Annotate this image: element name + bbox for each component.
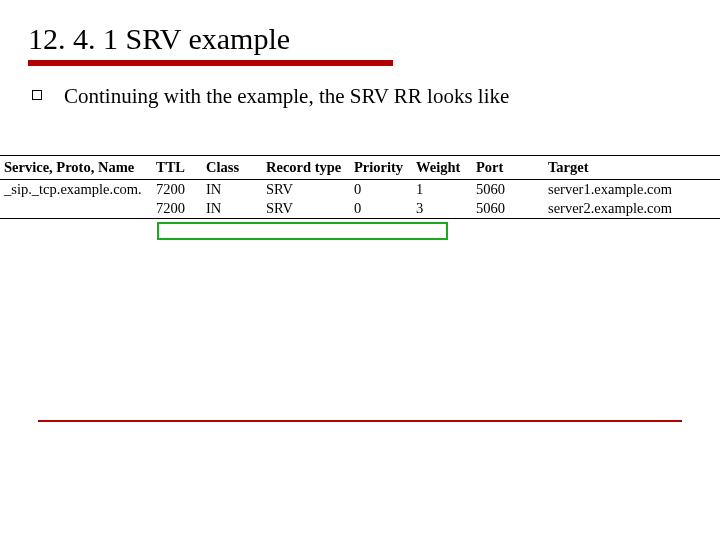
cell-name: _sip._tcp.example.com. <box>0 180 152 200</box>
cell-target: server2.example.com <box>544 199 720 219</box>
bottom-divider <box>38 420 682 422</box>
srv-table: Service, Proto, Name TTL Class Record ty… <box>0 155 720 219</box>
th-name: Service, Proto, Name <box>0 156 152 180</box>
highlight-box <box>157 222 448 240</box>
slide-title: 12. 4. 1 SRV example <box>28 22 692 56</box>
cell-rtype: SRV <box>262 180 350 200</box>
th-weight: Weight <box>412 156 472 180</box>
table-header-row: Service, Proto, Name TTL Class Record ty… <box>0 156 720 180</box>
cell-port: 5060 <box>472 180 544 200</box>
cell-port: 5060 <box>472 199 544 219</box>
table-row: 7200 IN SRV 0 3 5060 server2.example.com <box>0 199 720 219</box>
cell-target: server1.example.com <box>544 180 720 200</box>
th-port: Port <box>472 156 544 180</box>
cell-rtype: SRV <box>262 199 350 219</box>
th-rtype: Record type <box>262 156 350 180</box>
square-bullet-icon <box>32 90 42 100</box>
bullet-item: Continuing with the example, the SRV RR … <box>32 84 692 109</box>
th-class: Class <box>202 156 262 180</box>
cell-name <box>0 199 152 219</box>
bullet-text: Continuing with the example, the SRV RR … <box>64 84 509 109</box>
cell-weight: 1 <box>412 180 472 200</box>
th-ttl: TTL <box>152 156 202 180</box>
cell-class: IN <box>202 199 262 219</box>
cell-ttl: 7200 <box>152 180 202 200</box>
th-target: Target <box>544 156 720 180</box>
title-underline <box>28 60 393 66</box>
table-row: _sip._tcp.example.com. 7200 IN SRV 0 1 5… <box>0 180 720 200</box>
cell-priority: 0 <box>350 180 412 200</box>
cell-class: IN <box>202 180 262 200</box>
th-priority: Priority <box>350 156 412 180</box>
cell-weight: 3 <box>412 199 472 219</box>
cell-priority: 0 <box>350 199 412 219</box>
cell-ttl: 7200 <box>152 199 202 219</box>
